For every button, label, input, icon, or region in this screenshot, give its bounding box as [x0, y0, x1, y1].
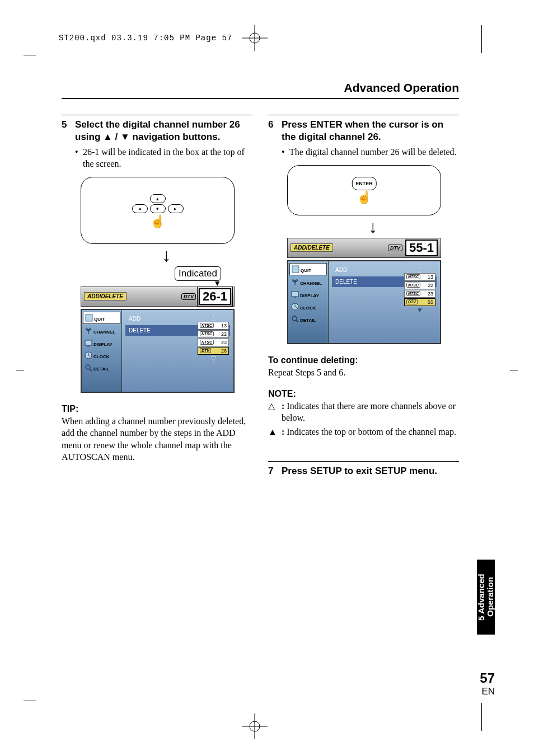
- scroll-up-outline-icon: △: [404, 266, 435, 273]
- svg-rect-7: [85, 340, 92, 345]
- osd-channel-list: △ NTSC13 NTSC22 NTSC23 DTV26 ▽: [198, 314, 229, 362]
- step-bullet: 26-1 will be indicated in the box at the…: [83, 147, 252, 170]
- continue-heading: To continue deleting:: [268, 355, 459, 365]
- page-language: EN: [480, 686, 495, 697]
- dpad-left-icon: ◂: [132, 204, 148, 213]
- registration-mark-icon: [241, 712, 269, 740]
- sidebar-item-quit: QUIT: [83, 312, 120, 324]
- step-rule: [268, 461, 459, 462]
- bullet-icon: •: [282, 147, 289, 158]
- left-column: 5 Select the digital channel number 26 u…: [62, 115, 252, 481]
- clock-icon: [291, 303, 299, 311]
- note-item-text: : Indicates the top or bottom of the cha…: [282, 426, 456, 438]
- remote-dpad-illustration: ▴ ◂ ▾ ▸ ☝: [81, 177, 235, 244]
- channel-display: 26-1: [199, 288, 231, 305]
- svg-rect-12: [292, 266, 299, 273]
- svg-rect-13: [292, 292, 298, 297]
- print-header: ST200.qxd 03.3.19 7:05 PM Page 57: [59, 34, 232, 43]
- page-number: 57: [480, 670, 495, 686]
- clock-icon: [85, 351, 92, 359]
- step-rule: [268, 115, 459, 115]
- step-title: Press SETUP to exit SETUP menu.: [282, 465, 459, 477]
- svg-line-17: [296, 320, 298, 322]
- osd-screen: ADD/DELETE DTV 55-1 QUIT: [287, 238, 441, 344]
- svg-point-16: [292, 316, 297, 321]
- right-column: 6 Press ENTER when the cursor is on the …: [268, 115, 459, 481]
- svg-point-10: [86, 365, 90, 369]
- monitor-icon: [85, 339, 92, 347]
- sidebar-item-display: DISPLAY: [290, 289, 326, 302]
- osd-channel-list: △ NTSC13 NTSC22 NTSC23 DTV55 ▼: [404, 266, 435, 313]
- crop-mark: [481, 25, 482, 53]
- hand-pointer-icon: ☝: [352, 191, 377, 204]
- monitor-icon: [291, 290, 299, 298]
- dtv-badge: DTV: [181, 293, 196, 300]
- door-icon: [85, 314, 93, 322]
- chapter-tab: 5 Advanced Operation: [477, 560, 495, 635]
- osd-screen: ADD/DELETE DTV 26-1 QUIT: [81, 287, 235, 393]
- sidebar-item-clock: CLOCK: [83, 350, 120, 363]
- dpad-down-icon: ▾: [150, 204, 166, 213]
- channel-display: 55-1: [405, 240, 438, 256]
- svg-rect-6: [86, 314, 92, 321]
- down-triangle-icon: ▼: [120, 132, 130, 142]
- section-rule: [62, 98, 459, 99]
- hand-pointer-icon: ☝: [132, 215, 184, 228]
- sidebar-item-clock: CLOCK: [290, 302, 326, 314]
- step-number: 5: [62, 119, 75, 131]
- osd-title: ADD/DELETE: [84, 292, 127, 300]
- page-number-block: 57 EN: [480, 670, 495, 697]
- sidebar-item-detail: DETAIL: [83, 363, 120, 375]
- tip-body: When adding a channel number previously …: [62, 415, 252, 463]
- enter-button-icon: ENTER: [352, 177, 377, 190]
- dtv-badge: DTV: [388, 245, 402, 251]
- osd-sidebar: QUIT CHANNEL DISPLAY: [82, 310, 122, 392]
- step-title: Select the digital channel number 26 usi…: [75, 119, 252, 143]
- section-title: Advanced Operation: [62, 81, 459, 95]
- dpad-up-icon: ▴: [150, 194, 166, 203]
- triangle-outline-icon: △: [268, 400, 282, 424]
- note-heading: NOTE:: [268, 389, 459, 399]
- osd-main: ADD DELETE △ NTSC13 NTSC22 NTSC23 DTV26 …: [122, 310, 233, 392]
- registration-mark-icon: [241, 24, 269, 52]
- osd-sidebar: QUIT CHANNEL DISPLAY: [288, 261, 329, 343]
- antenna-icon: [85, 327, 92, 335]
- note-item-text: : Indicates that there are more channels…: [282, 400, 459, 424]
- sidebar-item-display: DISPLAY: [83, 338, 120, 350]
- sidebar-item-channel: CHANNEL: [83, 326, 120, 338]
- callout-arrow-icon: ▼: [81, 281, 221, 287]
- continue-body: Repeat Steps 5 and 6.: [268, 367, 459, 379]
- indicated-callout: Indicated: [175, 266, 221, 281]
- triangle-solid-icon: ▲: [268, 426, 282, 438]
- crop-mark: [481, 703, 482, 731]
- crop-mark: [24, 701, 36, 701]
- sidebar-item-quit: QUIT: [289, 263, 327, 275]
- up-triangle-icon: ▲: [103, 132, 113, 142]
- door-icon: [292, 265, 299, 273]
- osd-main: ADD DELETE △ NTSC13 NTSC22 NTSC23 DTV55 …: [329, 261, 440, 343]
- magnifier-icon: [291, 315, 299, 323]
- crop-mark: [24, 55, 36, 55]
- antenna-icon: [291, 278, 299, 286]
- step-number: 6: [268, 119, 282, 131]
- dpad-right-icon: ▸: [168, 204, 184, 213]
- page-content: Advanced Operation 5 Select the digital …: [39, 56, 481, 481]
- step-bullet: The digital channel number 26 will be de…: [289, 147, 457, 158]
- sidebar-item-detail: DETAIL: [290, 314, 326, 326]
- figure-step6: ENTER ☝ ↓ ADD/DELETE DTV 55-1: [287, 165, 459, 344]
- step-rule: [62, 115, 252, 115]
- scroll-down-solid-icon: ▼: [404, 307, 435, 313]
- step-title: Press ENTER when the cursor is on the di…: [282, 119, 459, 143]
- tip-heading: TIP:: [62, 404, 252, 414]
- sidebar-item-channel: CHANNEL: [290, 277, 326, 289]
- bullet-icon: •: [75, 147, 83, 170]
- svg-line-11: [90, 369, 92, 371]
- down-arrow-icon: ↓: [287, 218, 459, 236]
- crop-mark: [16, 370, 24, 370]
- figure-step5: ▴ ◂ ▾ ▸ ☝ ↓ Indicated ▼: [81, 177, 252, 393]
- step-number: 7: [268, 465, 282, 477]
- scroll-up-outline-icon: △: [198, 314, 229, 321]
- osd-title: ADD/DELETE: [291, 243, 333, 252]
- crop-mark: [510, 370, 518, 370]
- down-arrow-icon: ↓: [81, 246, 252, 264]
